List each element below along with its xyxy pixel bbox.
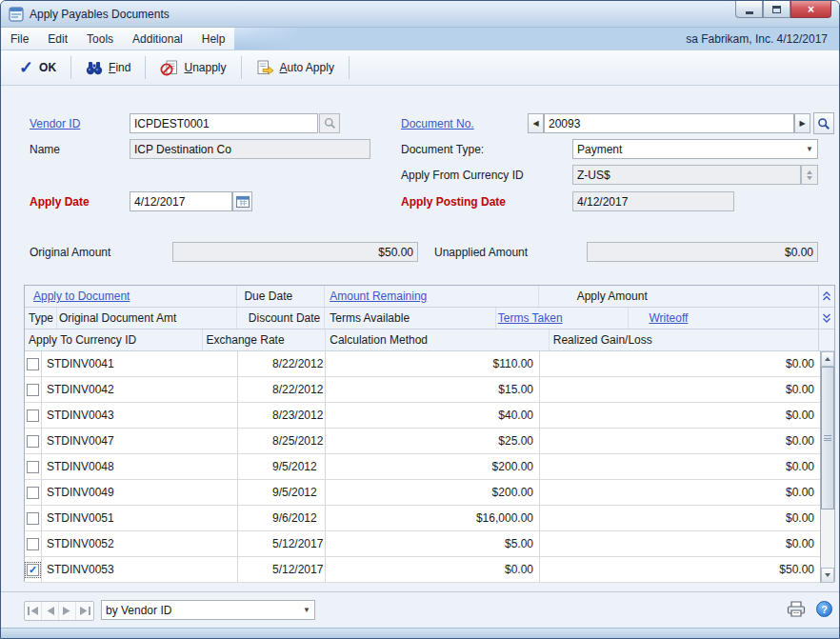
table-row[interactable]: ✓ STDINV0053 5/12/2017 $0.00 $50.00 bbox=[25, 557, 820, 583]
row-checkbox[interactable]: ✓ bbox=[27, 564, 39, 576]
due-date-header: Due Date bbox=[244, 290, 292, 303]
find-button[interactable]: Find bbox=[77, 57, 139, 79]
cell-document: STDINV0041 bbox=[42, 351, 238, 376]
help-button[interactable]: ? bbox=[816, 601, 832, 617]
vendor-id-link[interactable]: Vendor ID bbox=[30, 117, 80, 130]
scroll-up-button[interactable] bbox=[821, 351, 834, 367]
row-checkbox[interactable] bbox=[27, 435, 39, 448]
apply-date-calendar-button[interactable] bbox=[232, 191, 252, 211]
toolbar-separator bbox=[349, 56, 350, 79]
browse-next-button[interactable] bbox=[59, 602, 76, 620]
document-lookup-button[interactable] bbox=[813, 112, 834, 134]
app-icon bbox=[9, 7, 24, 22]
browse-previous-button[interactable] bbox=[42, 602, 59, 620]
browse-first-button[interactable] bbox=[25, 602, 42, 620]
close-button[interactable]: × bbox=[790, 1, 831, 18]
double-chevron-down-icon bbox=[822, 313, 831, 323]
menu-help[interactable]: Help bbox=[192, 28, 235, 50]
document-next-button[interactable]: ▶ bbox=[794, 113, 810, 133]
writeoff-header-link[interactable]: Writeoff bbox=[649, 311, 688, 325]
print-button[interactable] bbox=[786, 600, 807, 621]
browse-first-icon bbox=[28, 607, 38, 615]
expand-rows-button[interactable] bbox=[818, 308, 834, 329]
auto-apply-icon bbox=[256, 60, 274, 76]
ok-check-icon: ✓ bbox=[19, 60, 33, 75]
row-checkbox[interactable] bbox=[27, 409, 39, 422]
table-row[interactable]: STDINV0052 5/12/2017 $5.00 $0.00 bbox=[25, 531, 820, 557]
table-row[interactable]: STDINV0048 9/5/2012 $200.00 $0.00 bbox=[25, 454, 820, 480]
document-no-input[interactable] bbox=[544, 113, 794, 133]
cell-apply-amount[interactable]: $0.00 bbox=[540, 506, 820, 530]
row-checkbox[interactable] bbox=[27, 384, 39, 396]
ok-button[interactable]: ✓ OK bbox=[10, 56, 65, 79]
collapse-rows-button[interactable] bbox=[818, 286, 834, 307]
row-checkbox[interactable] bbox=[27, 538, 39, 550]
grid-scrollbar[interactable] bbox=[820, 351, 834, 583]
apply-date-input[interactable] bbox=[130, 191, 232, 211]
scroll-track[interactable] bbox=[821, 367, 834, 568]
scroll-down-button[interactable] bbox=[821, 568, 834, 583]
document-no-link[interactable]: Document No. bbox=[401, 117, 474, 130]
toolbar-separator bbox=[241, 56, 242, 79]
table-row[interactable]: STDINV0049 9/5/2012 $200.00 $0.00 bbox=[25, 480, 820, 506]
scroll-thumb[interactable] bbox=[821, 367, 834, 509]
table-row[interactable]: STDINV0047 8/25/2012 $25.00 $0.00 bbox=[25, 429, 820, 454]
original-amount-label: Original Amount bbox=[30, 246, 110, 259]
cell-amount-remaining: $110.00 bbox=[326, 351, 540, 376]
menu-tools[interactable]: Tools bbox=[77, 28, 123, 50]
toolbar-separator bbox=[145, 56, 146, 79]
document-type-dropdown[interactable]: Payment ▼ bbox=[572, 139, 818, 159]
unapply-button[interactable]: Unapply bbox=[151, 56, 234, 80]
row-checkbox[interactable] bbox=[27, 487, 39, 499]
menu-additional[interactable]: Additional bbox=[123, 28, 192, 50]
unapplied-amount-field: $0.00 bbox=[587, 242, 818, 262]
row-checkbox[interactable] bbox=[27, 358, 39, 370]
cell-amount-remaining: $16,000.00 bbox=[326, 506, 540, 530]
unapply-icon bbox=[160, 60, 178, 76]
cell-due-date: 8/22/2012 bbox=[238, 351, 326, 376]
lookup-disabled-icon bbox=[324, 117, 336, 130]
cell-due-date: 9/5/2012 bbox=[238, 454, 326, 479]
table-row[interactable]: STDINV0043 8/23/2012 $40.00 $0.00 bbox=[25, 403, 820, 429]
page-title: Apply Payables Documents bbox=[30, 8, 170, 21]
cell-apply-amount[interactable]: $0.00 bbox=[540, 351, 820, 376]
cell-document: STDINV0052 bbox=[42, 531, 238, 556]
document-prev-button[interactable]: ◀ bbox=[528, 113, 544, 133]
row-checkbox[interactable] bbox=[27, 461, 39, 473]
scroll-down-icon bbox=[825, 573, 830, 577]
amount-remaining-header-link[interactable]: Amount Remaining bbox=[330, 290, 427, 303]
cell-apply-amount[interactable]: $0.00 bbox=[540, 429, 820, 453]
grid-rows: STDINV0041 8/22/2012 $110.00 $0.00 STDIN… bbox=[25, 351, 820, 583]
apply-from-currency-label: Apply From Currency ID bbox=[401, 169, 524, 182]
menu-file[interactable]: File bbox=[1, 28, 38, 50]
cell-due-date: 9/6/2012 bbox=[238, 506, 326, 530]
cell-apply-amount[interactable]: $0.00 bbox=[540, 531, 820, 556]
chevron-down-icon: ▼ bbox=[806, 146, 813, 153]
cell-amount-remaining: $25.00 bbox=[326, 429, 540, 453]
auto-apply-button[interactable]: Auto Apply bbox=[248, 56, 343, 80]
cell-amount-remaining: $200.00 bbox=[326, 480, 540, 505]
cell-due-date: 8/22/2012 bbox=[238, 377, 326, 402]
window-controls: × bbox=[735, 1, 831, 18]
row-checkbox[interactable] bbox=[27, 512, 39, 525]
table-row[interactable]: STDINV0041 8/22/2012 $110.00 $0.00 bbox=[25, 351, 820, 377]
maximize-button[interactable] bbox=[763, 1, 790, 18]
cell-apply-amount[interactable]: $50.00 bbox=[540, 557, 820, 582]
table-row[interactable]: STDINV0051 9/6/2012 $16,000.00 $0.00 bbox=[25, 506, 820, 531]
vendor-id-input[interactable] bbox=[130, 113, 318, 133]
apply-to-document-header-link[interactable]: Apply to Document bbox=[33, 290, 130, 303]
cell-document: STDINV0049 bbox=[42, 480, 238, 505]
cell-apply-amount[interactable]: $0.00 bbox=[540, 454, 820, 479]
cell-apply-amount[interactable]: $0.00 bbox=[540, 403, 820, 428]
cell-apply-amount[interactable]: $0.00 bbox=[540, 480, 820, 505]
sort-by-value: by Vendor ID bbox=[106, 604, 171, 617]
title-bar[interactable]: Apply Payables Documents × bbox=[1, 1, 839, 28]
minimize-button[interactable] bbox=[735, 1, 763, 18]
browse-last-button[interactable] bbox=[76, 602, 93, 620]
table-row[interactable]: STDINV0042 8/22/2012 $15.00 $0.00 bbox=[25, 377, 820, 403]
cell-apply-amount[interactable]: $0.00 bbox=[540, 377, 820, 402]
sort-by-dropdown[interactable]: by Vendor ID ▼ bbox=[101, 600, 315, 620]
toolbar-separator bbox=[70, 56, 71, 79]
terms-taken-header-link[interactable]: Terms Taken bbox=[498, 311, 563, 325]
menu-edit[interactable]: Edit bbox=[38, 28, 77, 50]
